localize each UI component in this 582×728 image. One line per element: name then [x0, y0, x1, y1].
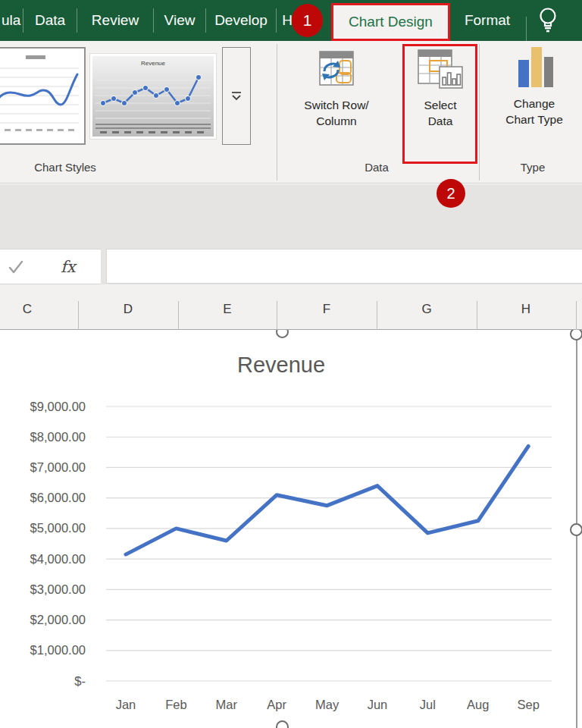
tab-format[interactable]: Format	[452, 0, 522, 41]
tab-label: Chart Design	[349, 14, 433, 30]
chart-series-line	[126, 446, 528, 554]
column-header-h[interactable]: H	[521, 302, 530, 317]
ribbon: Revenue	[0, 41, 582, 184]
revenue-chart[interactable]: Revenue $9,000.00$8,000.00$7,000.00$6,00…	[0, 330, 582, 728]
change-chart-type-button[interactable]: Change Chart Type	[489, 46, 580, 127]
x-tick-label: Jun	[368, 698, 388, 711]
group-divider	[277, 44, 277, 180]
table-swap-arrows-icon	[317, 46, 356, 93]
chart-x-axis-labels: JanFebMarAprMayJunJulAugSep	[116, 698, 540, 711]
column-header-g[interactable]: G	[421, 302, 431, 317]
column-header-f[interactable]: F	[323, 302, 330, 317]
column-separator	[377, 301, 377, 330]
formula-input[interactable]	[106, 249, 582, 284]
tab-label: Data	[35, 12, 65, 29]
tab-review[interactable]: Review	[77, 0, 153, 41]
lightbulb-icon[interactable]	[535, 6, 561, 38]
ribbon-tab-bar: ula Data Review View Develop H 1 Chart D…	[0, 0, 582, 41]
tab-separator	[526, 17, 527, 41]
more-dropdown-icon	[230, 90, 242, 102]
ribbon-lower-band	[0, 184, 582, 249]
annotation-step-1-badge: 1	[292, 4, 323, 37]
x-tick-label: Mar	[216, 698, 238, 711]
y-tick-label: $5,000.00	[30, 521, 86, 535]
y-tick-label: $-	[74, 674, 86, 688]
column-bars-icon	[513, 46, 555, 89]
x-tick-label: Jan	[116, 698, 136, 711]
y-tick-label: $4,000.00	[30, 552, 86, 566]
column-header-d[interactable]: D	[124, 302, 133, 317]
tab-label: Format	[465, 12, 510, 29]
annotation-step-1-number: 1	[303, 11, 312, 30]
column-separator	[576, 301, 577, 330]
thumbnail-chart-title: Revenue	[141, 60, 166, 67]
tab-developer-partial[interactable]: Develop	[206, 0, 276, 41]
y-tick-label: $6,000.00	[30, 491, 86, 504]
revenue-series-line	[126, 446, 528, 554]
x-tick-label: Apr	[267, 698, 286, 711]
checkmark-icon[interactable]	[7, 258, 25, 276]
excel-window: ula Data Review View Develop H 1 Chart D…	[0, 0, 582, 728]
x-tick-label: Aug	[467, 698, 489, 711]
tab-label: ula	[2, 12, 20, 29]
column-separator	[178, 301, 179, 330]
chart-resize-handle-bottom-center[interactable]	[276, 720, 289, 728]
switch-row-column-label-line2: Column	[304, 113, 368, 129]
tab-formulas-partial[interactable]: ula	[0, 0, 23, 41]
switch-row-column-button[interactable]: Switch Row/ Column	[293, 46, 380, 129]
annotation-box-select-data	[402, 44, 477, 164]
y-tick-label: $9,000.00	[30, 400, 86, 413]
chart-gridlines	[106, 406, 552, 681]
chart-styles-more-button[interactable]	[222, 47, 251, 145]
change-chart-type-label-line2: Chart Type	[505, 111, 563, 127]
group-label-type: Type	[521, 161, 546, 174]
formula-bar: fx	[0, 249, 582, 284]
chart-style-thumbnail-2[interactable]: Revenue	[89, 53, 217, 140]
group-label-data: Data	[365, 161, 389, 174]
chart-resize-handle-right-middle[interactable]	[570, 523, 582, 536]
y-tick-label: $2,000.00	[30, 613, 86, 626]
y-tick-label: $8,000.00	[30, 430, 86, 444]
tab-label: View	[164, 12, 196, 29]
fx-icon[interactable]: fx	[61, 258, 76, 276]
y-tick-label: $1,000.00	[30, 643, 86, 657]
chart-title: Revenue	[237, 353, 325, 377]
group-label-chart-styles: Chart Styles	[34, 161, 96, 174]
x-tick-label: May	[315, 698, 340, 711]
tab-data[interactable]: Data	[23, 0, 77, 41]
change-chart-type-label-line1: Change	[505, 96, 563, 111]
tab-label: Develop	[214, 12, 268, 29]
column-separator	[477, 301, 477, 330]
chart-y-axis-labels: $9,000.00$8,000.00$7,000.00$6,000.00$5,0…	[30, 400, 86, 688]
x-tick-label: Sep	[518, 698, 540, 711]
column-separator	[277, 301, 277, 330]
column-headers: C D E F G H	[0, 284, 582, 330]
tab-view[interactable]: View	[154, 0, 205, 41]
group-divider	[479, 44, 480, 180]
tab-label: H	[282, 12, 293, 29]
x-tick-label: Feb	[165, 698, 186, 711]
annotation-step-2-number: 2	[446, 185, 455, 202]
tab-chart-design-active[interactable]: Chart Design	[331, 3, 450, 41]
switch-row-column-label-line1: Switch Row/	[304, 97, 368, 113]
y-tick-label: $7,000.00	[30, 460, 86, 474]
x-tick-label: Jul	[420, 698, 436, 711]
y-tick-label: $3,000.00	[30, 582, 86, 596]
annotation-step-2-badge: 2	[436, 179, 465, 208]
column-separator	[78, 301, 79, 330]
formula-bar-controls: fx	[0, 249, 101, 284]
tab-label: Review	[92, 12, 139, 29]
column-header-c[interactable]: C	[23, 302, 32, 317]
chart-style-thumbnail-1-selected[interactable]	[0, 47, 86, 145]
sheet-area: Revenue $9,000.00$8,000.00$7,000.00$6,00…	[0, 330, 582, 728]
column-header-e[interactable]: E	[223, 302, 231, 317]
